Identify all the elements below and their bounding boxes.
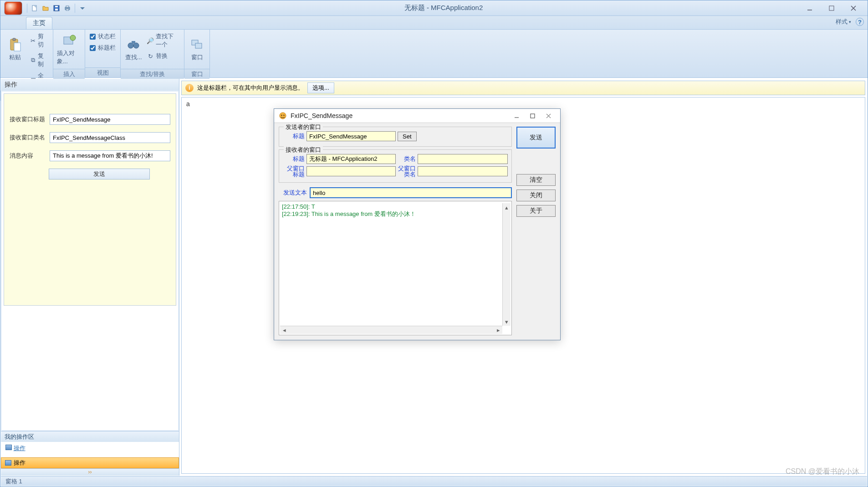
receiver-group: 接收者的窗口 标题 类名 父窗口 标题 父窗口 类名 (279, 149, 512, 183)
style-dropdown[interactable]: 样式 ▾ (836, 18, 851, 26)
svg-point-12 (70, 35, 76, 41)
fxipc-dialog: FxIPC_SendMessage 发送者的窗口 标题 Set 接收者的 (274, 108, 561, 340)
quick-access-toolbar: 无标题 - MFCApplication2 (0, 0, 868, 16)
ribbon-tabs: 主页 样式 ▾ ? (0, 16, 868, 30)
group-label-findreplace: 查找/替换 (121, 69, 184, 79)
recv-title-input[interactable] (50, 114, 170, 125)
info-icon: i (185, 84, 194, 92)
close-button[interactable] (843, 3, 864, 14)
expand-chevrons-icon[interactable]: ›› (1, 468, 179, 476)
watermark-text: CSDN @爱看书的小沐 (786, 467, 859, 477)
insert-object-button[interactable]: 插入对象... (57, 31, 81, 67)
svg-rect-7 (829, 6, 834, 10)
windows-icon (190, 37, 204, 52)
sender-title-label: 标题 (283, 132, 305, 140)
active-panel-label: 操作 (14, 459, 26, 467)
msg-content-input[interactable] (50, 150, 170, 161)
orb-button[interactable] (4, 1, 22, 15)
statusbar-checkbox[interactable]: 状态栏 (89, 31, 117, 41)
my-ops-section-header[interactable]: 我的操作区 (1, 431, 179, 442)
svg-rect-0 (32, 5, 36, 11)
svg-rect-2 (55, 9, 58, 10)
active-panel-item[interactable]: 操作 (1, 457, 179, 468)
group-label-window: 窗口 (184, 69, 209, 79)
canvas-text: a (186, 100, 190, 108)
dlg-recv-title-input[interactable] (306, 154, 396, 164)
print-icon[interactable] (63, 4, 72, 13)
tab-home[interactable]: 主页 (26, 17, 52, 29)
svg-point-20 (283, 115, 284, 116)
leftpanel-send-button[interactable]: 发送 (49, 169, 150, 179)
new-document-icon[interactable] (30, 4, 39, 13)
help-button[interactable]: ? (856, 18, 864, 26)
dlg-send-button[interactable]: 发送 (516, 127, 556, 149)
copy-button[interactable]: ⧉复制 (29, 51, 49, 69)
dialog-title: FxIPC_SendMessage (291, 112, 505, 119)
ribbon: 粘贴 ✂剪切 ⧉复制 ▦全选 剪贴板 插入对象... 插入 (0, 30, 868, 78)
scroll-left-icon[interactable]: ◂ (280, 326, 288, 334)
log-line: [22:17:50]: T (282, 203, 509, 210)
log-line: [22:19:23]: This is a message from 爱看书的小… (282, 210, 509, 218)
minimize-button[interactable] (799, 3, 820, 14)
scroll-up-icon[interactable]: ▴ (503, 203, 511, 211)
window-button[interactable]: 窗口 (188, 31, 206, 67)
svg-rect-9 (13, 38, 15, 41)
dialog-minimize-button[interactable] (509, 111, 524, 121)
dlg-recv-class-input[interactable] (418, 154, 508, 164)
sendtext-label: 发送文本 (279, 189, 307, 197)
dlg-about-button[interactable]: 关于 (516, 205, 556, 217)
dlg-close-button2[interactable]: 关闭 (516, 190, 556, 201)
scroll-down-icon[interactable]: ▾ (503, 318, 511, 326)
dialog-close-button[interactable] (541, 111, 556, 121)
svg-rect-3 (55, 6, 58, 7)
status-bar: 窗格 1 (1, 476, 867, 486)
app-title: 无标题 - MFCApplication2 (88, 4, 799, 12)
horizontal-scrollbar[interactable]: ◂ ▸ (280, 326, 502, 334)
parent-class-label: 父窗口 类名 (398, 165, 416, 177)
recv-class-input[interactable] (50, 132, 170, 143)
options-button[interactable]: 选项... (307, 82, 334, 93)
insert-object-icon (62, 33, 77, 48)
findnext-button[interactable]: 🔎查找下一个 (145, 31, 180, 50)
receiver-legend: 接收者的窗口 (284, 146, 323, 154)
log-textbox[interactable]: [22:17:50]: T [22:19:23]: This is a mess… (279, 201, 512, 335)
open-folder-icon[interactable] (41, 4, 50, 13)
binoculars-icon (126, 37, 141, 52)
replace-button[interactable]: ↻替换 (145, 51, 180, 61)
save-icon[interactable] (52, 4, 61, 13)
dlg-clear-button[interactable]: 清空 (516, 174, 556, 186)
scissors-icon: ✂ (30, 37, 36, 44)
svg-point-19 (281, 115, 282, 116)
dialog-titlebar[interactable]: FxIPC_SendMessage (274, 109, 560, 123)
sender-title-input[interactable] (306, 131, 396, 141)
set-button[interactable]: Set (398, 132, 417, 141)
vertical-scrollbar[interactable]: ▴ ▾ (502, 203, 511, 326)
recv-title-label: 标题 (283, 155, 305, 163)
recv-class-label: 接收窗口类名 (10, 133, 46, 142)
svg-rect-6 (66, 9, 69, 10)
find-button[interactable]: 查找... (124, 31, 143, 67)
parent-title-label: 父窗口 标题 (283, 165, 305, 177)
captionbar-checkbox[interactable]: 标题栏 (89, 43, 117, 53)
dialog-maximize-button[interactable] (525, 111, 540, 121)
svg-rect-5 (66, 6, 69, 7)
sendtext-input[interactable] (310, 187, 512, 198)
parent-class-input[interactable] (418, 166, 508, 176)
copy-icon: ⧉ (30, 56, 36, 64)
qat-divider (27, 4, 27, 13)
msg-content-label: 消息内容 (10, 152, 46, 160)
scroll-right-icon[interactable]: ▸ (494, 326, 502, 334)
findnext-icon: 🔎 (147, 37, 154, 44)
dialog-app-icon (279, 112, 287, 120)
paste-button[interactable]: 粘贴 (4, 31, 26, 67)
status-text: 窗格 1 (5, 478, 22, 485)
recv-class-label: 类名 (398, 155, 416, 163)
group-label-view: 视图 (85, 67, 120, 77)
operation-form: 接收窗口标题 接收窗口类名 消息内容 发送 (4, 93, 176, 306)
parent-title-input[interactable] (306, 166, 396, 176)
left-panel: 操作 接收窗口标题 接收窗口类名 消息内容 发送 (1, 79, 179, 476)
maximize-button[interactable] (821, 3, 842, 14)
cut-button[interactable]: ✂剪切 (29, 31, 49, 50)
ops-link[interactable]: 操作 (14, 445, 26, 451)
customize-qat-dropdown-icon[interactable] (78, 4, 87, 13)
